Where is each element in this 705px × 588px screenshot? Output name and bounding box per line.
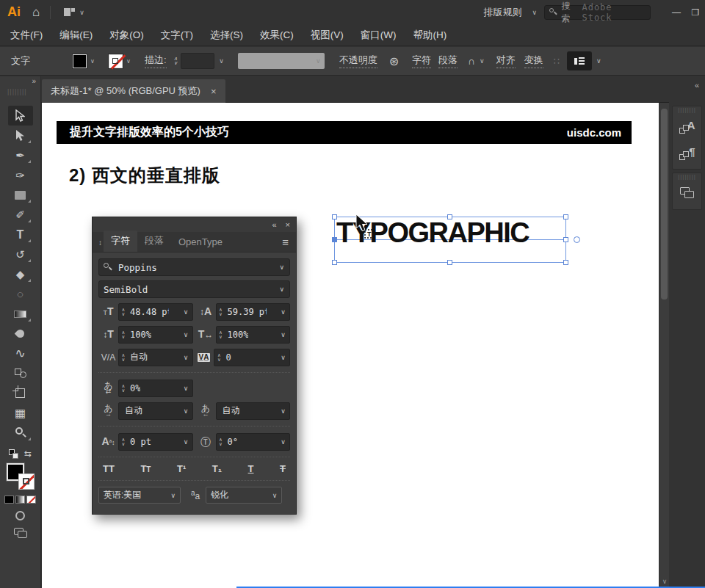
chevron-down-icon[interactable]: ∨ — [79, 9, 84, 16]
drag-handle[interactable]: |||||||| — [7, 88, 27, 95]
chevron-down-icon[interactable]: ∨ — [277, 438, 289, 446]
vertical-scrollbar[interactable]: ∨ — [659, 103, 669, 588]
selection-handle[interactable] — [563, 237, 568, 242]
artboard-tool[interactable] — [8, 383, 33, 403]
character-rotation-control[interactable]: Ⓣ ∧∨0°∨ — [196, 432, 291, 451]
stroke-color-control[interactable]: ∨ — [109, 54, 134, 68]
selection-tool[interactable] — [8, 106, 33, 126]
properties-panel-button[interactable] — [567, 51, 592, 70]
tab-character[interactable]: 字符 — [104, 231, 137, 252]
menu-help[interactable]: 帮助(H) — [413, 29, 446, 42]
chevron-down-icon[interactable]: ∨ — [180, 438, 192, 446]
character-panel-link[interactable]: 字符 — [412, 54, 431, 68]
panel-titlebar[interactable]: « × — [93, 217, 296, 232]
tab-opentype[interactable]: OpenType — [171, 233, 230, 252]
scroll-down-icon[interactable]: ∨ — [659, 578, 670, 585]
curvature-tool[interactable]: ✑ — [8, 165, 33, 185]
stroke-weight-field[interactable] — [181, 53, 214, 69]
eraser-tool[interactable]: ◆ — [8, 264, 33, 284]
cycle-widget-icon[interactable]: ↕ — [93, 239, 104, 252]
fill-stroke-indicator[interactable] — [7, 463, 35, 490]
chevron-down-icon[interactable]: ∨ — [180, 331, 192, 338]
close-tab-icon[interactable]: × — [211, 86, 217, 97]
leading-control[interactable]: ↕A ∧∨59.39 pt∨ — [196, 302, 291, 321]
scrollbar-thumb[interactable] — [661, 109, 668, 300]
tracking-control[interactable]: V̲A̲ ∧∨0∨ — [196, 348, 291, 366]
arrange-documents-icon[interactable] — [64, 8, 75, 16]
superscript-button[interactable]: T¹ — [177, 463, 186, 474]
swap-fill-stroke-icon[interactable]: ⇆ — [24, 449, 32, 459]
recolor-artwork-icon[interactable]: ⊛ — [389, 54, 399, 68]
menu-edit[interactable]: 编辑(E) — [59, 29, 93, 42]
grid-tool[interactable]: ▦ — [8, 403, 33, 423]
transform-link[interactable]: 变换 — [524, 54, 543, 68]
paintbrush-tool[interactable]: ✐ — [8, 205, 33, 225]
shape-builder-tool[interactable] — [8, 363, 33, 383]
home-icon[interactable]: ⌂ — [32, 5, 40, 20]
selection-handle[interactable] — [447, 214, 452, 219]
envelope-distort-icon[interactable]: ∩ — [468, 55, 475, 67]
chevron-down-icon[interactable]: ∨ — [277, 308, 289, 316]
drag-handle[interactable]: |||||||| — [673, 106, 701, 113]
chevron-down-icon[interactable]: ∨ — [123, 58, 134, 65]
paragraph-panel-link[interactable]: 段落 — [438, 54, 458, 68]
chevron-down-icon[interactable]: ∨ — [480, 57, 485, 65]
stock-search-input[interactable]: 搜索 Adobe Stock — [544, 5, 651, 20]
stroke-link[interactable]: 描边: — [145, 54, 167, 68]
color-mode-button[interactable] — [4, 496, 14, 504]
small-caps-button[interactable]: TT — [140, 463, 151, 474]
insert-space-left-control[interactable]: あ→ 自动∨ — [98, 402, 193, 420]
none-mode-button[interactable] — [26, 496, 36, 504]
direct-selection-tool[interactable] — [8, 126, 33, 145]
minimize-button[interactable]: — — [667, 7, 686, 18]
chevron-down-icon[interactable]: ∨ — [180, 407, 192, 415]
gradient-tool[interactable] — [8, 304, 33, 324]
drag-handle[interactable]: |||||||| — [673, 173, 701, 180]
rectangle-tool[interactable] — [8, 185, 33, 205]
collapse-dock-icon[interactable]: « — [695, 81, 699, 90]
kerning-control[interactable]: V/A ∧∨自动∨ — [98, 348, 193, 366]
antialias-dropdown[interactable]: 锐化 ∨ — [206, 487, 282, 504]
character-styles-panel-button[interactable]: A — [673, 113, 701, 139]
chevron-down-icon[interactable]: ∨ — [180, 308, 192, 316]
chevron-down-icon[interactable]: ∨ — [596, 57, 601, 65]
screen-mode-icon[interactable] — [14, 528, 27, 537]
fill-color-control[interactable]: ∨ — [73, 54, 98, 68]
selection-handle[interactable] — [332, 260, 337, 265]
horizontal-scale-control[interactable]: T↔ ∧∨100%∨ — [196, 325, 291, 344]
chevron-down-icon[interactable]: ∨ — [277, 354, 289, 361]
stroke-none-indicator[interactable] — [18, 473, 35, 490]
fill-swatch[interactable] — [73, 54, 87, 68]
menu-select[interactable]: 选择(S) — [210, 29, 243, 42]
chevron-down-icon[interactable]: ∨ — [180, 354, 192, 361]
rotate-tool[interactable]: ↺ — [8, 244, 33, 264]
chevron-down-icon[interactable]: ∨ — [214, 57, 229, 65]
artboards-panel-button[interactable] — [673, 180, 701, 206]
illustrator-logo-icon[interactable]: Ai — [7, 4, 21, 20]
proportional-spacing-control[interactable]: あ⇄ ∧∨0%∨ — [98, 379, 193, 397]
font-size-control[interactable]: TT ∧∨48.48 pt∨ — [98, 302, 193, 321]
menu-window[interactable]: 窗口(W) — [361, 29, 397, 42]
zoom-tool[interactable] — [8, 423, 33, 443]
menu-effect[interactable]: 效果(C) — [260, 29, 294, 42]
selection-handle[interactable] — [563, 260, 568, 265]
anchor-point[interactable] — [332, 237, 337, 242]
expand-toolbar-icon[interactable]: » — [32, 77, 36, 85]
close-panel-icon[interactable]: × — [286, 220, 290, 229]
baseline-shift-control[interactable]: Aª↕ ∧∨0 pt∨ — [98, 432, 193, 451]
stroke-weight-stepper[interactable]: ∧∨ — [171, 53, 181, 69]
paragraph-styles-panel-button[interactable]: ¶ — [673, 139, 701, 166]
chevron-down-icon[interactable]: ∨ — [277, 407, 289, 415]
lasso-tool[interactable]: ◌ — [8, 284, 33, 304]
vertical-scale-control[interactable]: ↕T ∧∨100%∨ — [98, 325, 193, 344]
font-family-field[interactable]: Poppins ∨ — [98, 258, 290, 276]
chevron-down-icon[interactable]: ∨ — [180, 385, 192, 392]
panel-menu-icon[interactable]: ≡ — [275, 236, 296, 252]
document-tab[interactable]: 未标题-1* @ 50% (RGB/GPU 预览) × — [42, 79, 225, 103]
workspace-switcher[interactable]: 排版规则 ∨ — [476, 6, 544, 19]
language-dropdown[interactable]: 英语:美国 ∨ — [98, 487, 181, 504]
font-style-field[interactable]: SemiBold ∨ — [98, 280, 290, 298]
strikethrough-button[interactable]: T — [280, 463, 286, 474]
stroke-none-swatch[interactable] — [109, 54, 123, 68]
menu-object[interactable]: 对象(O) — [109, 29, 144, 42]
